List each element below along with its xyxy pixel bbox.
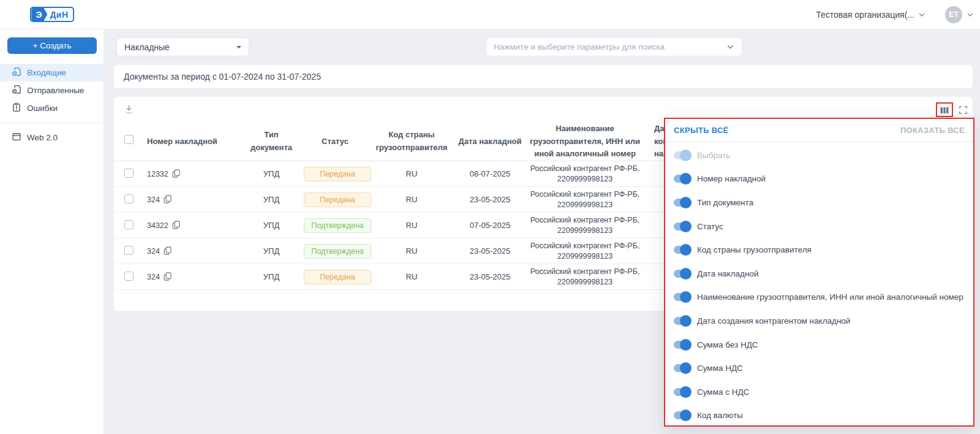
column-header-doc-type: Тип документа <box>239 129 304 154</box>
hide-all-button[interactable]: СКРЫТЬ ВСЁ <box>674 126 729 135</box>
country-code-cell: RU <box>366 169 457 178</box>
toggle-knob <box>680 362 692 374</box>
select-all-checkbox[interactable] <box>124 135 134 144</box>
column-toggle-row[interactable]: Сумма с НДС <box>674 380 965 404</box>
doc-type-cell: УПД <box>239 246 304 256</box>
topbar: Э ДиН Тестовая организация(... ET <box>0 0 980 29</box>
edin-logo[interactable]: Э ДиН <box>30 7 74 22</box>
document-type-select[interactable]: Накладные <box>116 37 249 56</box>
invoice-date-cell: 23-05-2025 <box>457 246 523 256</box>
consignor-cell: Российский контрагент РФ-РБ, 22099999981… <box>523 241 647 262</box>
row-checkbox[interactable] <box>124 169 134 178</box>
column-toggle-row[interactable]: Номер накладной <box>674 167 965 191</box>
column-toggle-row[interactable]: Код страны грузоотправителя <box>674 238 965 262</box>
sidebar-item-errors[interactable]: Ошибки <box>0 99 104 117</box>
toggle-switch[interactable] <box>674 293 690 301</box>
consignor-cell: Российский контрагент РФ-РБ, 22099999981… <box>523 267 647 287</box>
country-code-cell: RU <box>366 195 457 204</box>
fullscreen-icon[interactable] <box>959 105 968 115</box>
copy-icon[interactable] <box>164 246 172 257</box>
row-checkbox[interactable] <box>124 272 134 281</box>
toggle-switch[interactable] <box>674 364 690 372</box>
invoice-number: 324 <box>147 247 160 256</box>
period-text: Документы за период с 01-07-2024 по 31-0… <box>124 72 321 82</box>
toggle-switch[interactable] <box>674 246 690 254</box>
status-badge: Подтверждена <box>304 218 371 233</box>
search-parameters-box[interactable] <box>486 37 742 56</box>
toggle-switch[interactable] <box>674 223 690 230</box>
toggle-label: Номер накладной <box>697 174 766 183</box>
search-input[interactable] <box>494 42 726 51</box>
columns-panel-header: СКРЫТЬ ВСЁ ПОКАЗАТЬ ВСЕ <box>665 119 973 142</box>
sidebar-item-web20[interactable]: Web 2.0 <box>0 129 104 147</box>
sidebar-item-incoming[interactable]: Входящие <box>0 64 104 82</box>
toggle-knob <box>680 197 692 208</box>
sidebar-item-label: Входящие <box>27 68 66 77</box>
status-badge: Подтверждена <box>304 244 371 259</box>
column-toggle-row[interactable]: Выбрать <box>674 143 965 167</box>
column-toggle-row[interactable]: Дата накладной <box>674 262 965 286</box>
copy-icon[interactable] <box>172 221 180 231</box>
toggle-switch[interactable] <box>674 270 690 278</box>
doc-type-cell: УПД <box>239 169 304 178</box>
copy-icon[interactable] <box>164 272 172 283</box>
document-type-value: Накладные <box>124 42 170 52</box>
column-header-number: Номер накладной <box>147 135 239 148</box>
copy-icon[interactable] <box>164 195 172 205</box>
toggle-knob <box>680 244 692 256</box>
logo-area: Э ДиН <box>0 7 104 22</box>
column-toggle-row[interactable]: Сумма без НДС <box>674 333 965 357</box>
column-toggle-row[interactable]: Код валюты <box>674 404 965 428</box>
app-root: Э ДиН Тестовая организация(... ET + Созд… <box>0 0 980 434</box>
row-checkbox[interactable] <box>124 220 134 229</box>
toolbar-right <box>936 102 968 117</box>
download-icon[interactable] <box>124 104 134 115</box>
organization-chevron-down-icon[interactable] <box>918 11 925 18</box>
row-checkbox[interactable] <box>124 246 134 255</box>
toggle-switch[interactable] <box>674 151 690 159</box>
logo-right-segment: ДиН <box>47 8 72 21</box>
toggle-knob <box>680 386 692 398</box>
avatar[interactable]: ET <box>945 6 962 23</box>
country-code-cell: RU <box>366 272 457 281</box>
toggle-knob <box>680 173 692 185</box>
toggle-switch[interactable] <box>674 341 690 349</box>
topbar-right: Тестовая организация(... ET <box>816 6 980 23</box>
toggle-switch[interactable] <box>674 317 690 325</box>
toggle-switch[interactable] <box>674 388 690 396</box>
sidebar-item-label: Отправленные <box>27 86 84 95</box>
error-clipboard-icon <box>12 102 21 114</box>
column-toggle-row[interactable]: Статус <box>674 215 965 238</box>
toggle-label: Статус <box>697 222 723 231</box>
status-badge: Передана <box>304 192 371 207</box>
column-toggle-row[interactable]: Наименование грузоотправителя, ИНН или и… <box>674 286 965 310</box>
organization-name[interactable]: Тестовая организация(... <box>816 10 914 20</box>
user-menu-chevron-down-icon[interactable] <box>967 11 974 18</box>
row-checkbox[interactable] <box>124 194 134 204</box>
create-button[interactable]: + Создать <box>7 37 97 54</box>
column-toggle-row[interactable]: Тип документа <box>674 191 965 215</box>
toggle-label: Код страны грузоотправителя <box>697 245 812 254</box>
toggle-label: Дата накладной <box>697 269 758 278</box>
consignor-cell: Российский контрагент РФ-РБ, 22099999981… <box>523 189 647 210</box>
invoice-number: 12332 <box>147 170 168 178</box>
doc-type-cell: УПД <box>239 195 304 204</box>
select-caret-icon <box>236 46 241 51</box>
sidebar: + Создать Входящие Отправленные <box>0 29 104 434</box>
columns-icon-highlight <box>936 102 953 117</box>
search-chevron-down-icon[interactable] <box>726 43 734 51</box>
toggle-switch[interactable] <box>674 411 690 419</box>
toggle-knob <box>680 221 692 232</box>
show-all-button[interactable]: ПОКАЗАТЬ ВСЕ <box>900 126 965 135</box>
columns-panel-body: Выбрать Номер накладной Тип документа Ст… <box>665 142 973 428</box>
invoice-date-cell: 23-05-2025 <box>457 272 523 281</box>
column-toggle-row[interactable]: Сумма НДС <box>674 356 965 380</box>
toggle-switch[interactable] <box>674 175 690 183</box>
copy-icon[interactable] <box>172 169 180 180</box>
toggle-switch[interactable] <box>674 199 690 207</box>
columns-icon[interactable] <box>940 105 949 115</box>
sidebar-item-sent[interactable]: Отправленные <box>0 82 104 99</box>
column-toggle-row[interactable]: Дата создания контрагентом накладной <box>674 309 965 333</box>
status-badge: Передана <box>304 167 371 181</box>
column-header-consignor: Наименование грузоотправителя, ИНН или и… <box>523 123 647 161</box>
